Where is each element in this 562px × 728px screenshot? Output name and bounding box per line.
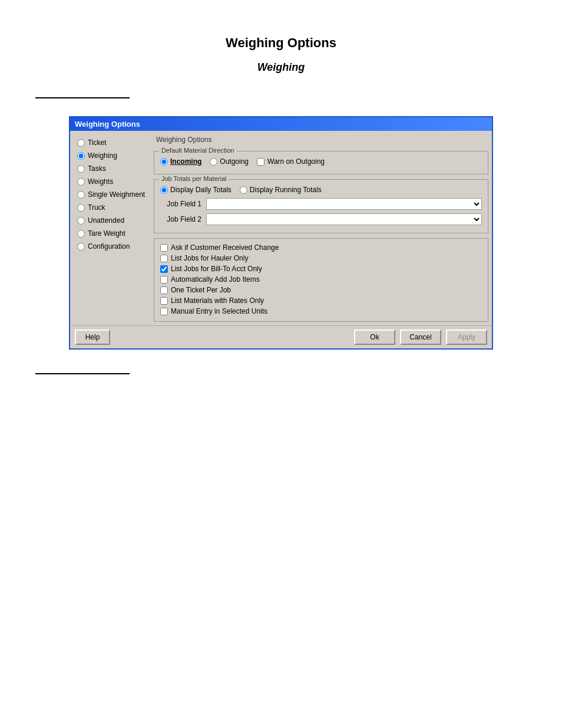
sidebar-radio-weights[interactable]	[77, 178, 85, 186]
list-jobs-bill-to-option[interactable]: List Jobs for Bill-To Acct Only	[160, 265, 482, 273]
dialog-titlebar: Weighing Options	[70, 117, 492, 131]
bottom-divider	[35, 373, 130, 374]
sidebar-radio-ticket[interactable]	[77, 139, 85, 147]
manual-entry-units-checkbox[interactable]	[160, 308, 168, 315]
help-button[interactable]: Help	[75, 330, 110, 345]
options-checkboxes-group: Ask if Customer Received Change List Job…	[154, 238, 488, 322]
job-field-1-label: Job Field 1	[160, 200, 201, 208]
sidebar-label-weights: Weights	[88, 177, 113, 186]
sidebar-item-single-weighment[interactable]: Single Weighment	[74, 189, 150, 200]
ok-button[interactable]: Ok	[354, 330, 395, 345]
weighing-options-dialog: Weighing Options Ticket Weighing Tasks	[69, 116, 493, 350]
manual-entry-units-label: Manual Entry in Selected Units	[171, 307, 267, 315]
ask-customer-change-option[interactable]: Ask if Customer Received Change	[160, 243, 482, 252]
sidebar-label-single-weighment: Single Weighment	[88, 190, 145, 199]
sidebar-label-tasks: Tasks	[88, 164, 106, 173]
sidebar-label-configuration: Configuration	[88, 242, 130, 251]
job-field-1-row: Job Field 1	[160, 196, 482, 212]
display-daily-totals-label: Display Daily Totals	[170, 186, 232, 194]
auto-add-job-items-option[interactable]: Automatically Add Job Items	[160, 275, 482, 284]
auto-add-job-items-checkbox[interactable]	[160, 276, 168, 284]
list-jobs-bill-to-label: List Jobs for Bill-To Acct Only	[171, 265, 262, 273]
display-daily-totals-option[interactable]: Display Daily Totals	[160, 186, 232, 194]
sidebar-item-unattended[interactable]: Unattended	[74, 215, 150, 226]
job-totals-group: Job Totals per Material Display Daily To…	[154, 179, 488, 233]
ask-customer-change-checkbox[interactable]	[160, 244, 168, 252]
dialog-sidebar: Ticket Weighing Tasks Weights Single Wei…	[74, 134, 150, 322]
sidebar-radio-single-weighment[interactable]	[77, 191, 85, 199]
incoming-option[interactable]: Incoming	[160, 157, 201, 166]
sidebar-radio-tare-weight[interactable]	[77, 230, 85, 238]
job-field-2-label: Job Field 2	[160, 215, 201, 223]
job-field-2-select[interactable]	[206, 213, 482, 225]
outgoing-label: Outgoing	[220, 157, 249, 166]
sidebar-item-ticket[interactable]: Ticket	[74, 137, 150, 149]
warn-on-outgoing-checkbox[interactable]	[257, 158, 265, 166]
warn-on-outgoing-label: Warn on Outgoing	[267, 157, 325, 166]
content-header: Weighing Options	[154, 134, 488, 145]
apply-button[interactable]: Apply	[446, 330, 487, 345]
display-running-totals-option[interactable]: Display Running Totals	[240, 186, 322, 194]
sidebar-item-configuration[interactable]: Configuration	[74, 241, 150, 252]
job-totals-options: Display Daily Totals Display Running Tot…	[160, 183, 482, 196]
display-running-totals-label: Display Running Totals	[250, 186, 322, 194]
outgoing-option[interactable]: Outgoing	[210, 157, 249, 166]
sidebar-item-tare-weight[interactable]: Tare Weight	[74, 228, 150, 239]
warn-on-outgoing-option[interactable]: Warn on Outgoing	[257, 157, 325, 166]
job-totals-legend: Job Totals per Material	[159, 175, 229, 182]
page-title: Weighing Options	[226, 35, 336, 51]
list-jobs-hauler-label: List Jobs for Hauler Only	[171, 254, 248, 262]
job-field-1-select[interactable]	[206, 198, 482, 210]
sidebar-label-ticket: Ticket	[88, 139, 107, 147]
list-jobs-hauler-option[interactable]: List Jobs for Hauler Only	[160, 254, 482, 262]
auto-add-job-items-label: Automatically Add Job Items	[171, 275, 260, 284]
one-ticket-per-job-option[interactable]: One Ticket Per Job	[160, 286, 482, 294]
sidebar-label-tare-weight: Tare Weight	[88, 229, 125, 238]
list-materials-rates-checkbox[interactable]	[160, 297, 168, 305]
one-ticket-per-job-label: One Ticket Per Job	[171, 286, 231, 294]
sidebar-label-weighing: Weighing	[88, 151, 117, 160]
sidebar-label-truck: Truck	[88, 203, 105, 212]
default-material-direction-group: Default Material Direction Incoming Outg…	[154, 151, 488, 174]
incoming-label: Incoming	[170, 157, 201, 166]
ask-customer-change-label: Ask if Customer Received Change	[171, 243, 279, 252]
display-running-totals-radio[interactable]	[240, 186, 247, 194]
page-subtitle: Weighing	[257, 61, 305, 74]
sidebar-item-tasks[interactable]: Tasks	[74, 163, 150, 174]
list-jobs-bill-to-checkbox[interactable]	[160, 265, 168, 273]
one-ticket-per-job-checkbox[interactable]	[160, 286, 168, 294]
dialog-main-content: Weighing Options Default Material Direct…	[154, 134, 488, 322]
list-materials-rates-label: List Materials with Rates Only	[171, 297, 264, 305]
list-jobs-hauler-checkbox[interactable]	[160, 255, 168, 262]
manual-entry-units-option[interactable]: Manual Entry in Selected Units	[160, 307, 482, 315]
sidebar-item-weighing[interactable]: Weighing	[74, 150, 150, 162]
sidebar-radio-truck[interactable]	[77, 204, 85, 212]
top-divider	[35, 97, 130, 98]
job-field-2-row: Job Field 2	[160, 212, 482, 227]
cancel-button[interactable]: Cancel	[400, 330, 441, 345]
default-material-direction-legend: Default Material Direction	[159, 147, 237, 154]
dialog-footer: Help Ok Cancel Apply	[70, 325, 492, 348]
outgoing-radio[interactable]	[210, 158, 217, 166]
sidebar-item-weights[interactable]: Weights	[74, 176, 150, 187]
sidebar-radio-tasks[interactable]	[77, 165, 85, 173]
sidebar-radio-weighing[interactable]	[77, 152, 85, 160]
display-daily-totals-radio[interactable]	[160, 186, 168, 194]
sidebar-item-truck[interactable]: Truck	[74, 202, 150, 213]
list-materials-rates-option[interactable]: List Materials with Rates Only	[160, 297, 482, 305]
sidebar-label-unattended: Unattended	[88, 216, 124, 225]
sidebar-radio-configuration[interactable]	[77, 243, 85, 251]
sidebar-radio-unattended[interactable]	[77, 217, 85, 225]
incoming-radio[interactable]	[160, 158, 168, 166]
material-direction-options: Incoming Outgoing Warn on Outgoing	[160, 155, 482, 168]
